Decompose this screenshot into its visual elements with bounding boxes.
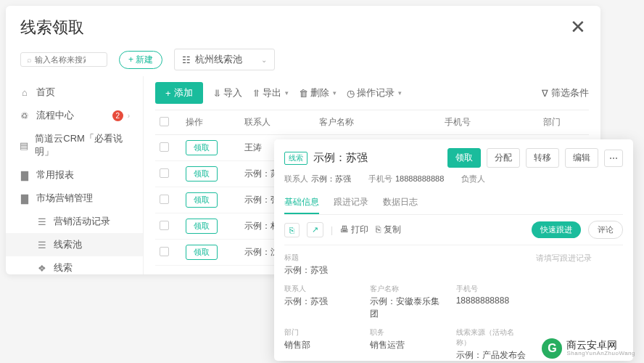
claim-row-button[interactable]: 领取 xyxy=(186,219,218,234)
badge: 2 xyxy=(112,110,123,121)
new-button[interactable]: + 新建 xyxy=(119,51,162,69)
sheet-icon: ☰ xyxy=(36,239,48,250)
calendar-icon: ☷ xyxy=(182,54,191,65)
tab-log[interactable]: 数据日志 xyxy=(383,192,418,214)
chevron-right-icon: › xyxy=(128,112,130,120)
sidebar-child-lead[interactable]: ❖线索 xyxy=(6,256,143,274)
comment-button[interactable]: 评论 xyxy=(588,221,623,239)
detail-panel: 线索 示例：苏强 领取 分配 转移 编辑 ⋯ 联系人示例：苏强 手机号18888… xyxy=(274,139,633,361)
col-phone: 手机号 xyxy=(440,110,539,135)
field-job: 销售运营 xyxy=(370,339,441,351)
download-icon: ⥥ xyxy=(213,88,221,99)
checkbox[interactable] xyxy=(160,168,169,178)
quick-follow-button[interactable]: 快速跟进 xyxy=(532,221,581,238)
sidebar-item-crm[interactable]: ▤简道云CRM「必看说明」 xyxy=(6,127,143,163)
caret-icon: ▾ xyxy=(333,89,337,97)
pool-selector[interactable]: ☷ 杭州线索池 ⌄ xyxy=(174,49,275,70)
transfer-button[interactable]: 转移 xyxy=(526,148,559,168)
field-contact: 示例：苏强 xyxy=(284,295,355,308)
export-button[interactable]: ⥣导出▾ xyxy=(252,86,289,99)
detail-title: 示例：苏强 xyxy=(313,151,442,165)
share-icon[interactable]: ↗ xyxy=(307,222,323,237)
link-icon[interactable]: ⎘ xyxy=(284,223,300,237)
brand-logo: G 商云安卓网ShangYunAnZhuoWang xyxy=(542,338,635,359)
checkbox[interactable] xyxy=(160,142,169,152)
sidebar-item-home[interactable]: ⌂首页 xyxy=(6,81,143,104)
field-title: 示例：苏强 xyxy=(284,264,527,277)
filter-icon: ∇ xyxy=(542,88,548,99)
field-phone: 18888888888 xyxy=(456,295,527,306)
plus-icon: + xyxy=(165,88,171,99)
caret-icon: ▾ xyxy=(398,89,402,97)
claim-row-button[interactable]: 领取 xyxy=(186,140,218,155)
claim-button[interactable]: 领取 xyxy=(447,148,481,168)
col-contact: 联系人 xyxy=(240,110,315,135)
sidebar: ⌂首页 ♽流程中心2› ▤简道云CRM「必看说明」 ▇常用报表 ▇市场营销管理 … xyxy=(6,76,144,274)
checkbox[interactable] xyxy=(160,247,169,256)
history-button[interactable]: ◷操作记录▾ xyxy=(347,86,402,99)
sidebar-item-flow[interactable]: ♽流程中心2› xyxy=(6,104,143,127)
search-icon: ⌕ xyxy=(27,55,32,64)
delete-button[interactable]: 🗑删除▾ xyxy=(299,86,337,99)
home-icon: ⌂ xyxy=(19,86,30,98)
logo-icon: G xyxy=(542,338,562,359)
filter-button[interactable]: ∇筛选条件 xyxy=(542,86,589,99)
sidebar-child-leadpool[interactable]: ☰线索池 xyxy=(6,233,143,256)
field-dept: 销售部 xyxy=(284,339,355,351)
import-button[interactable]: ⥥导入 xyxy=(213,86,242,99)
close-icon[interactable]: ✕ xyxy=(570,16,586,38)
copy-button[interactable]: ⎘ 复制 xyxy=(376,224,400,236)
chevron-down-icon: ⌄ xyxy=(261,56,267,64)
flow-icon: ♽ xyxy=(19,110,30,121)
checkbox-all[interactable] xyxy=(160,117,169,126)
folder-icon: ▇ xyxy=(19,169,30,181)
field-customer: 示例：安徽泰乐集团 xyxy=(370,295,441,320)
doc-icon: ▤ xyxy=(19,139,29,151)
more-button[interactable]: ⋯ xyxy=(604,150,623,167)
tab-followup[interactable]: 跟进记录 xyxy=(334,192,368,214)
col-dept: 部门 xyxy=(539,110,589,135)
sidebar-item-marketing[interactable]: ▇市场营销管理 xyxy=(6,187,143,210)
print-button[interactable]: 🖶 打印 xyxy=(340,224,368,236)
claim-row-button[interactable]: 领取 xyxy=(186,245,218,260)
tab-basic[interactable]: 基础信息 xyxy=(284,192,319,214)
checkbox[interactable] xyxy=(160,221,169,230)
search-field[interactable] xyxy=(35,55,86,64)
claim-row-button[interactable]: 领取 xyxy=(186,166,218,182)
sidebar-item-reports[interactable]: ▇常用报表 xyxy=(6,163,143,187)
edit-button[interactable]: 编辑 xyxy=(565,148,598,168)
col-customer: 客户名称 xyxy=(315,110,440,135)
page-title: 线索领取 xyxy=(20,17,84,38)
clock-icon: ◷ xyxy=(347,88,355,99)
folder-open-icon: ▇ xyxy=(19,192,30,204)
sheet-icon: ☰ xyxy=(36,216,48,227)
upload-icon: ⥣ xyxy=(252,88,260,99)
assign-button[interactable]: 分配 xyxy=(487,148,520,168)
lead-tag: 线索 xyxy=(284,152,307,165)
col-op: 操作 xyxy=(181,110,240,135)
add-button[interactable]: +添加 xyxy=(155,82,203,104)
trash-icon: 🗑 xyxy=(299,88,308,99)
claim-row-button[interactable]: 领取 xyxy=(186,192,218,208)
sidebar-child-campaign[interactable]: ☰营销活动记录 xyxy=(6,210,143,233)
lead-icon: ❖ xyxy=(36,262,48,274)
field-source: 示例：产品发布会直播 xyxy=(456,349,527,363)
search-input[interactable]: ⌕ xyxy=(20,52,107,67)
caret-icon: ▾ xyxy=(285,89,289,97)
checkbox[interactable] xyxy=(160,195,169,204)
